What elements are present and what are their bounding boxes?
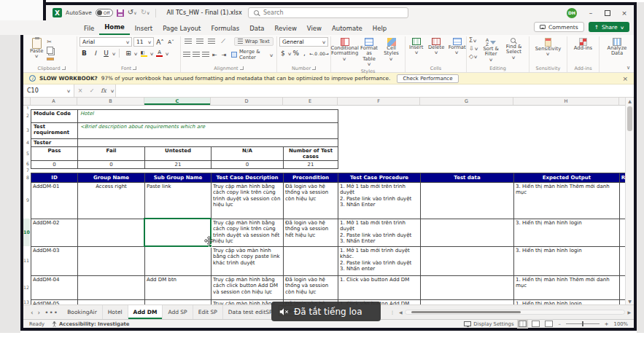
borders-icon[interactable]: ⊞	[123, 49, 133, 58]
zoom-out-icon[interactable]: –	[558, 321, 560, 327]
autosum-button[interactable]: Σ∨	[469, 37, 478, 44]
all-sheets-icon[interactable]: •••	[44, 309, 58, 316]
scroll-down-icon[interactable]: ▼	[626, 299, 634, 304]
search-input[interactable]: Search	[248, 7, 408, 18]
copy-button[interactable]	[47, 47, 54, 53]
column-header-e[interactable]: E	[283, 98, 338, 105]
close-button[interactable]: ×	[619, 9, 629, 17]
chevron-down-icon[interactable]: ∨	[109, 84, 115, 97]
tab-automate[interactable]: Automate	[327, 23, 368, 35]
tab-view[interactable]: View	[302, 23, 327, 35]
cell-id[interactable]: AddDM-03	[31, 247, 78, 276]
cell-test-data[interactable]	[421, 219, 514, 247]
format-painter-button[interactable]	[47, 55, 54, 61]
dialog-launcher-icon[interactable]	[312, 66, 316, 70]
cancel-icon[interactable]: ×	[74, 84, 86, 97]
row-number[interactable]: 6	[23, 160, 30, 168]
cell-group[interactable]	[78, 247, 145, 276]
cell-precondition[interactable]: Đã login vào hệ thống và session còn hiệ…	[284, 183, 338, 219]
page-break-view-icon[interactable]	[545, 321, 553, 327]
increase-decimal-icon[interactable]: ←.0	[309, 49, 317, 58]
fill-color-icon[interactable]: ◧	[139, 49, 149, 58]
decrease-indent-icon[interactable]: ⇤	[211, 51, 219, 59]
header-expected-output[interactable]: Expected Output	[514, 173, 620, 183]
check-performance-button[interactable]: Check Performance	[397, 74, 458, 83]
cell-precondition[interactable]	[284, 247, 338, 276]
cell-group[interactable]	[78, 219, 145, 247]
minimize-button[interactable]: –	[586, 9, 596, 17]
font-size-select[interactable]: 11∨	[133, 37, 154, 47]
cell-fail-count[interactable]: 0	[78, 161, 145, 169]
avatar[interactable]: DH	[567, 8, 577, 18]
cut-button[interactable]: ✂	[47, 39, 54, 45]
cell-subgroup[interactable]	[145, 247, 212, 276]
horizontal-scrollbar-thumb[interactable]	[411, 311, 521, 313]
cell-precondition[interactable]: Đã login vào hệ thống và session còn hiệ…	[284, 276, 338, 300]
comma-style-icon[interactable]: ,	[301, 49, 309, 58]
cell-expected[interactable]: 3. Hiển thị màn hình login	[514, 247, 620, 276]
row-number[interactable]: 4	[23, 138, 30, 146]
zoom-level[interactable]: 100%	[614, 321, 628, 327]
row-number[interactable]: 3	[23, 122, 30, 138]
find-select-button[interactable]: Find & Select∨	[504, 37, 524, 61]
column-header-f[interactable]: F	[338, 98, 420, 105]
scroll-up-icon[interactable]: ▲	[626, 98, 634, 103]
tab-home[interactable]: Home	[99, 21, 130, 35]
align-center-icon[interactable]	[193, 51, 201, 59]
cell-expected[interactable]: 3. Hiển thị màn hình Thêm mới danh mục	[514, 183, 620, 219]
zoom-slider[interactable]	[566, 323, 600, 324]
clear-button[interactable]: ◇∨	[469, 53, 478, 60]
header-description[interactable]: Test Case Description	[212, 173, 284, 183]
undo-icon[interactable]: ↺∨	[128, 9, 137, 17]
page-layout-view-icon[interactable]	[532, 321, 540, 327]
percent-icon[interactable]: %	[292, 49, 300, 58]
header-group-name[interactable]: Group Name	[78, 173, 145, 183]
format-as-table-button[interactable]: Format as Table∨	[358, 37, 379, 68]
tab-splitter-icon[interactable]: ⋮	[390, 310, 395, 315]
sheet-tab-hotel[interactable]: Hotel	[103, 305, 128, 319]
cell-id[interactable]: AddDM-01	[31, 183, 78, 219]
name-box[interactable]: C10∨	[23, 84, 74, 97]
tab-file[interactable]: File	[79, 23, 99, 35]
display-settings-button[interactable]: Display Settings	[464, 321, 513, 327]
cell-subgroup[interactable]: Paste link	[145, 183, 212, 219]
sheet-tab-bookingair[interactable]: BookingAir	[62, 305, 103, 319]
comments-button[interactable]: Comments	[534, 22, 584, 32]
number-format-select[interactable]: General∨	[279, 37, 328, 47]
close-notice-icon[interactable]: ×	[622, 75, 628, 82]
select-all-corner[interactable]	[23, 98, 31, 105]
sheet-tab-add-sp[interactable]: Add SP	[163, 305, 193, 319]
autosave-toggle[interactable]: Off	[96, 9, 113, 17]
cell-test-data[interactable]	[421, 183, 514, 219]
italic-button[interactable]: I	[90, 49, 100, 58]
cell-procedure[interactable]: 1. Mở 1 tab mới trên trình duyệt 2. Past…	[338, 219, 421, 247]
vertical-scrollbar-thumb[interactable]	[627, 106, 632, 131]
sort-filter-button[interactable]: AZSort & Filter∨	[480, 37, 502, 63]
cell-test-requirement-label[interactable]: Test requirement	[31, 123, 78, 139]
increase-font-icon[interactable]: A˄	[155, 38, 165, 47]
conditional-formatting-button[interactable]: Conditional Formatting∨	[333, 37, 356, 63]
row-number[interactable]: 11	[23, 246, 30, 275]
column-header-d[interactable]: D	[211, 98, 283, 105]
column-header-b[interactable]: B	[77, 98, 144, 105]
decrease-font-icon[interactable]: A˅	[166, 38, 176, 47]
increase-indent-icon[interactable]: ⇥	[220, 51, 228, 59]
addins-button[interactable]: Add-ins	[573, 37, 594, 52]
row-number[interactable]: 7	[23, 168, 30, 173]
sheet-tab-edit-sp[interactable]: Edit SP	[193, 305, 223, 319]
underline-button[interactable]: U	[101, 49, 111, 58]
header-procedure[interactable]: Test Case Procedure	[338, 173, 421, 183]
collapse-ribbon-icon[interactable]: ∨	[626, 65, 630, 71]
fill-button[interactable]: ⇩∨	[469, 45, 478, 52]
insert-cells-button[interactable]: Insert∨	[408, 37, 425, 56]
row-number[interactable]: 8	[23, 173, 30, 182]
row-number[interactable]: 2	[23, 109, 30, 122]
cell-expected[interactable]: 1. Hiển thị màn hình Thêm mới danh mục	[514, 276, 620, 300]
column-header-c[interactable]: C	[144, 98, 211, 105]
prev-sheet-icon[interactable]: ‹	[31, 309, 34, 316]
align-left-icon[interactable]	[183, 51, 191, 59]
cell-fail-header[interactable]: Fail	[78, 147, 145, 161]
vertical-scrollbar[interactable]: ▲ ▼	[625, 98, 634, 304]
horizontal-scrollbar[interactable]: ⋮ ◀ ▶	[390, 308, 631, 316]
currency-icon[interactable]: $	[279, 49, 287, 58]
